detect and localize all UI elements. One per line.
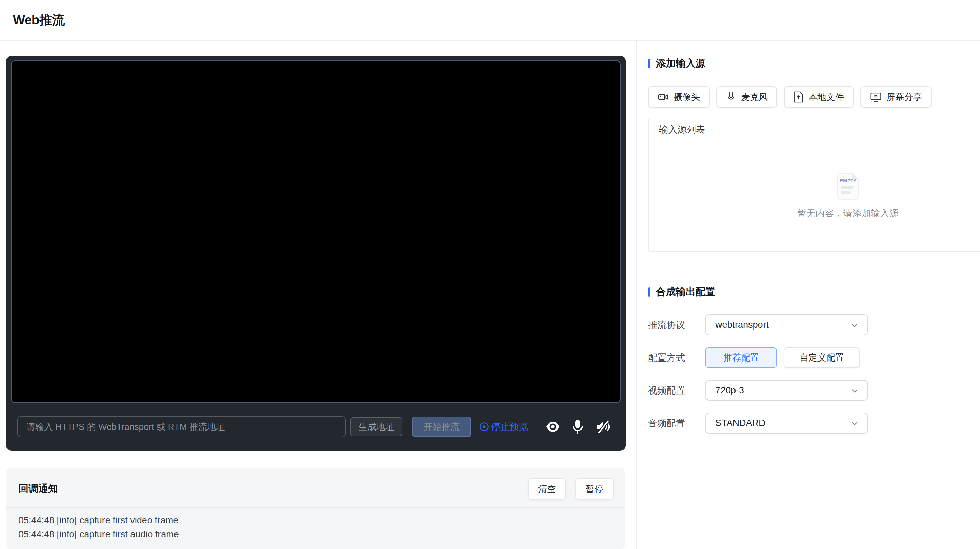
eye-icon[interactable] [546,421,560,433]
source-buttons: 摄像头 麦克风 本地文 [648,86,980,108]
camera-source-label: 摄像头 [673,91,700,103]
speaker-muted-icon[interactable] [595,420,611,434]
source-list-panel: 输入源列表 EMPTY 暂无内容，请添加输入源 [648,118,980,252]
stop-preview-label: 停止预览 [491,421,528,433]
log-line: 05:44:48 [info] capture first video fram… [18,514,612,527]
callback-panel: 回调通知 清空 暂停 05:44:48 [info] capture first… [6,468,625,549]
stop-preview-link[interactable]: 停止预览 [479,421,528,433]
file-upload-icon [794,91,804,103]
video-player-card: 生成地址 开始推流 停止预览 [6,56,625,451]
left-column: 生成地址 开始推流 停止预览 [0,41,637,549]
output-config-form: 推流协议 webtransport 配置方式 推荐配置 自定义配置 视频配置 7… [648,314,980,434]
log-area: 05:44:48 [info] capture first video fram… [6,508,625,541]
output-config-title: 合成输出配置 [656,285,715,299]
protocol-value: webtransport [715,320,768,330]
microphone-source-button[interactable]: 麦克风 [716,86,777,108]
add-source-section-header: 添加输入源 [648,57,980,70]
media-toggle-icons [546,419,611,434]
chevron-down-icon [850,386,859,395]
callback-actions: 清空 暂停 [528,478,614,500]
config-mode-label: 配置方式 [648,352,705,364]
chevron-down-icon [850,321,859,329]
video-config-row: 视频配置 720p-3 [648,380,980,401]
screen-share-source-label: 屏幕分享 [886,91,922,103]
log-line: 05:44:48 [info] capture first audio fram… [18,527,612,541]
clear-logs-button[interactable]: 清空 [528,478,566,500]
callback-header: 回调通知 清空 暂停 [6,468,625,508]
add-source-title: 添加输入源 [656,57,705,70]
recommended-config-button[interactable]: 推荐配置 [705,347,777,368]
local-file-source-button[interactable]: 本地文件 [784,86,854,108]
page-title: Web推流 [13,12,65,29]
microphone-icon[interactable] [572,419,584,434]
audio-config-select[interactable]: STANDARD [705,413,868,434]
config-mode-row: 配置方式 推荐配置 自定义配置 [648,347,980,368]
protocol-select[interactable]: webtransport [705,314,868,335]
camera-source-button[interactable]: 摄像头 [648,86,710,108]
section-accent-bar [648,59,651,68]
empty-state-text: 暂无内容，请添加输入源 [797,207,899,220]
generate-url-button[interactable]: 生成地址 [350,417,402,436]
video-preview [11,60,621,403]
pause-logs-button[interactable]: 暂停 [575,478,614,500]
video-config-select[interactable]: 720p-3 [705,380,868,401]
audio-config-row: 音频配置 STANDARD [648,413,980,434]
player-control-bar: 生成地址 开始推流 停止预览 [11,403,621,451]
source-list-header: 输入源列表 [649,118,980,142]
source-list-empty-state: EMPTY 暂无内容，请添加输入源 [649,142,980,251]
screen-share-source-button[interactable]: 屏幕分享 [861,86,932,108]
section-accent-bar [648,288,651,297]
audio-config-value: STANDARD [715,418,765,428]
empty-icon-label: EMPTY [840,178,857,183]
play-circle-icon [479,422,489,431]
output-config-section-header: 合成输出配置 [648,285,980,299]
callback-title: 回调通知 [18,482,58,496]
empty-document-icon: EMPTY [837,173,859,200]
screen-share-icon [870,91,882,102]
push-url-input[interactable] [18,416,345,438]
audio-config-label: 音频配置 [648,417,705,430]
local-file-source-label: 本地文件 [808,91,844,103]
right-column: 添加输入源 摄像头 [637,41,980,549]
chevron-down-icon [850,419,859,428]
start-push-button[interactable]: 开始推流 [412,417,471,437]
video-config-label: 视频配置 [648,384,705,397]
main-layout: 生成地址 开始推流 停止预览 [0,41,980,549]
microphone-source-label: 麦克风 [741,91,768,103]
protocol-label: 推流协议 [648,319,705,331]
microphone-outline-icon [726,91,736,103]
protocol-row: 推流协议 webtransport [648,314,980,335]
page-header: Web推流 [0,0,980,41]
custom-config-button[interactable]: 自定义配置 [784,347,860,368]
camera-icon [658,91,668,102]
video-config-value: 720p-3 [715,385,744,396]
